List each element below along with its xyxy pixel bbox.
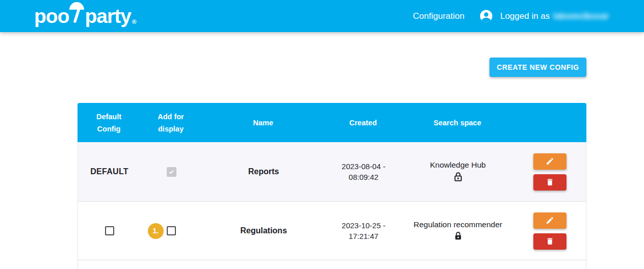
delete-button[interactable]	[533, 174, 566, 191]
table-row: 1. Regulations 2023-10-25 - 17:21:47 Reg…	[78, 202, 586, 260]
search-space-cell: Knowledge Hub	[402, 160, 514, 183]
pencil-icon	[546, 157, 554, 166]
display-order-badge: 1.	[148, 223, 164, 239]
account-circle-icon	[479, 9, 494, 23]
created-cell: 2023-08-04 - 08:09:42	[325, 161, 402, 182]
header-right: Configuration Logged in as lakomcikovar	[413, 9, 609, 23]
created-date: 2023-10-25 -	[342, 220, 385, 231]
search-space-name: Knowledge Hub	[430, 160, 485, 170]
actions-cell	[514, 153, 586, 191]
created-cell: 2023-10-25 - 17:21:47	[325, 220, 402, 241]
add-for-display-cell: 1.	[141, 223, 202, 239]
trash-icon	[546, 237, 554, 246]
nav-configuration[interactable]: Configuration	[413, 11, 465, 21]
default-config-checkbox[interactable]	[105, 226, 114, 235]
logged-in-status: Logged in as lakomcikovar	[500, 11, 609, 21]
poolparty-logo: poo party ®	[34, 2, 137, 31]
col-header-created: Created	[325, 117, 401, 129]
app-header: poo party ® Configuration Logged in as l…	[0, 0, 644, 32]
search-space-name: Regulation recommender	[414, 220, 502, 229]
umbrella-icon	[68, 2, 85, 26]
logo-text-party: party	[85, 6, 131, 26]
table-row	[78, 260, 586, 269]
table-header-row: Default Config Add for display Name Crea…	[78, 103, 586, 142]
add-for-display-checkbox[interactable]	[167, 226, 176, 235]
default-config-label: DEFAULT	[78, 167, 141, 176]
lock-outline-icon	[452, 171, 464, 183]
create-new-config-button[interactable]: CREATE NEW CONFIG	[490, 58, 586, 77]
edit-button[interactable]	[533, 153, 566, 170]
actions-cell	[514, 212, 586, 250]
check-icon	[168, 168, 175, 175]
trash-icon	[546, 178, 554, 186]
created-time: 17:21:47	[349, 231, 378, 241]
pencil-icon	[546, 216, 554, 225]
logged-in-prefix: Logged in as	[500, 11, 550, 21]
config-table: Default Config Add for display Name Crea…	[78, 103, 586, 269]
col-header-default-config: Default Config	[78, 111, 140, 135]
created-time: 08:09:42	[349, 172, 378, 182]
col-header-name: Name	[201, 117, 325, 129]
config-name: Reports	[202, 167, 325, 176]
logo-text-poo: poo	[34, 6, 69, 26]
col-header-search-space: Search space	[401, 117, 513, 129]
default-config-cell	[78, 226, 141, 235]
page: poo party ® Configuration Logged in as l…	[0, 0, 644, 269]
registered-mark: ®	[132, 19, 137, 26]
created-date: 2023-08-04 -	[342, 161, 385, 172]
search-space-cell: Regulation recommender	[402, 220, 514, 241]
add-for-display-cell	[141, 167, 202, 177]
config-name: Regulations	[202, 226, 325, 235]
lock-filled-icon	[453, 231, 463, 241]
edit-button[interactable]	[533, 212, 566, 229]
delete-button[interactable]	[533, 233, 566, 250]
logged-in-username: lakomcikovar	[553, 11, 609, 21]
col-header-add-for-display: Add for display	[140, 111, 201, 135]
table-row: DEFAULT Reports 2023-08-04 - 08:09:42 Kn…	[78, 142, 586, 202]
add-for-display-checkbox[interactable]	[167, 167, 176, 177]
